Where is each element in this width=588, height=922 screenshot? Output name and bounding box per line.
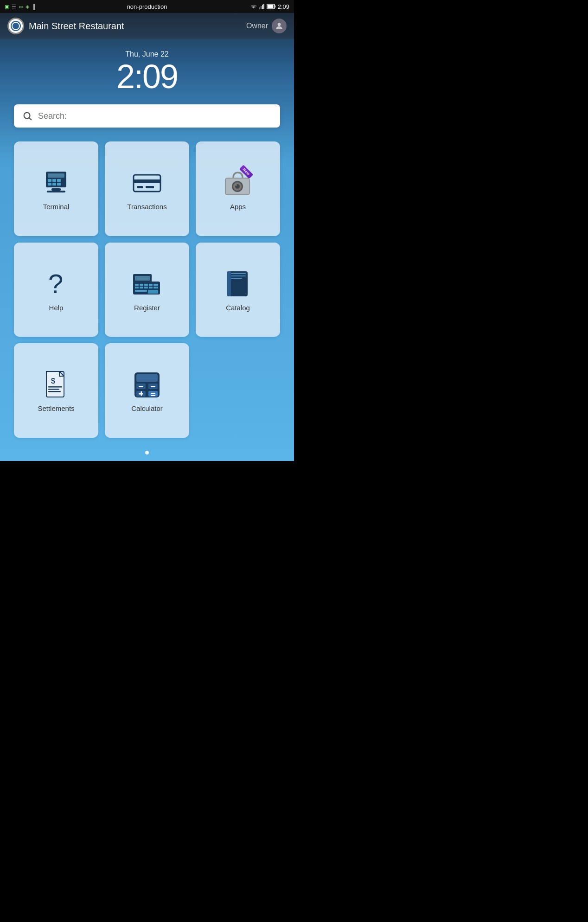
svg-rect-38 — [153, 284, 158, 286]
barcode-icon: ▐ — [32, 4, 35, 9]
signal-icon — [259, 4, 265, 9]
svg-rect-50 — [231, 278, 242, 279]
svg-rect-11 — [48, 173, 64, 178]
catalog-icon — [222, 269, 254, 299]
svg-rect-21 — [134, 179, 160, 183]
svg-rect-43 — [153, 287, 158, 288]
svg-text:$: $ — [51, 377, 55, 385]
search-icon — [22, 111, 32, 121]
svg-rect-47 — [227, 271, 231, 296]
svg-point-29 — [235, 184, 237, 186]
terminal-icon — [40, 168, 72, 198]
calculator-label: Calculator — [131, 404, 163, 412]
status-bar-center: non-production — [127, 3, 167, 10]
svg-rect-3 — [263, 4, 264, 9]
svg-rect-53 — [48, 386, 62, 388]
help-label: Help — [49, 304, 64, 312]
list-icon: ☰ — [12, 4, 16, 10]
svg-rect-61 — [151, 386, 155, 387]
transactions-button[interactable]: Transactions — [105, 141, 189, 236]
date-display: Thu, June 22 — [125, 50, 168, 58]
svg-rect-49 — [231, 275, 246, 276]
svg-rect-5 — [275, 6, 275, 8]
svg-rect-42 — [149, 287, 153, 288]
svg-rect-6 — [267, 5, 273, 8]
search-container — [0, 104, 294, 128]
svg-rect-57 — [136, 374, 158, 382]
user-avatar[interactable] — [272, 19, 287, 33]
app-grid: Terminal Transactions — [0, 137, 294, 447]
pagination-dot-active — [145, 451, 149, 455]
svg-rect-67 — [151, 395, 155, 396]
settlements-button[interactable]: $ Settlements — [14, 343, 98, 438]
svg-text:?: ? — [48, 269, 63, 299]
catalog-button[interactable]: Catalog — [196, 243, 280, 337]
owner-label: Owner — [246, 22, 268, 30]
svg-rect-39 — [135, 287, 139, 288]
terminal-button[interactable]: Terminal — [14, 141, 98, 236]
empty-slot — [196, 343, 280, 438]
calculator-button[interactable]: Calculator — [105, 343, 189, 438]
svg-rect-14 — [57, 179, 61, 182]
status-bar: ▣ ☰ ▭ ◈ ▐ non-production — [0, 0, 294, 13]
screen-icon: ▭ — [19, 4, 23, 10]
pagination — [0, 447, 294, 461]
main-screen: ▣ ☰ ▭ ◈ ▐ non-production — [0, 0, 294, 461]
svg-rect-19 — [47, 191, 65, 192]
header-right[interactable]: Owner — [246, 19, 287, 33]
header-left: Main Street Restaurant — [7, 18, 124, 34]
svg-rect-2 — [262, 5, 263, 9]
svg-rect-1 — [261, 6, 262, 9]
svg-rect-34 — [135, 284, 139, 286]
register-label: Register — [134, 304, 160, 312]
svg-rect-48 — [231, 273, 246, 274]
notification-icon: ◈ — [26, 4, 29, 10]
svg-rect-13 — [52, 179, 56, 182]
svg-rect-59 — [139, 386, 143, 387]
help-icon: ? — [40, 269, 72, 299]
svg-rect-18 — [51, 188, 61, 191]
svg-rect-41 — [144, 287, 148, 288]
settlements-label: Settlements — [38, 404, 74, 412]
svg-rect-40 — [140, 287, 143, 288]
svg-rect-36 — [144, 284, 148, 286]
svg-rect-0 — [259, 7, 260, 9]
svg-rect-66 — [151, 393, 155, 394]
search-bar[interactable] — [14, 104, 280, 128]
catalog-label: Catalog — [226, 304, 250, 312]
svg-rect-35 — [140, 284, 143, 286]
svg-rect-12 — [48, 179, 51, 182]
settlements-icon: $ — [40, 370, 72, 400]
transactions-icon — [131, 168, 163, 198]
apps-button[interactable]: New Apps — [196, 141, 280, 236]
svg-rect-23 — [146, 186, 154, 188]
svg-rect-37 — [149, 284, 153, 286]
svg-rect-16 — [52, 183, 56, 186]
svg-line-9 — [29, 118, 31, 120]
time-display: 2:09 — [116, 58, 178, 95]
sim-icon: ▣ — [5, 4, 9, 10]
transactions-label: Transactions — [127, 203, 166, 211]
status-bar-left: ▣ ☰ ▭ ◈ ▐ — [5, 4, 35, 10]
app-header: Main Street Restaurant Owner — [0, 13, 294, 39]
calculator-icon — [131, 370, 163, 400]
svg-rect-22 — [137, 186, 143, 188]
apps-label: Apps — [230, 203, 246, 211]
svg-rect-54 — [48, 389, 59, 390]
search-input[interactable] — [38, 111, 272, 121]
svg-point-7 — [278, 23, 281, 26]
svg-rect-17 — [57, 183, 61, 186]
app-logo — [7, 18, 24, 34]
svg-rect-64 — [141, 391, 142, 396]
svg-rect-33 — [135, 276, 150, 281]
help-button[interactable]: ? Help — [14, 243, 98, 337]
wifi-icon — [250, 4, 257, 9]
battery-icon — [267, 4, 276, 9]
status-bar-right: 2:09 — [250, 3, 289, 10]
svg-rect-55 — [48, 391, 61, 392]
clock-label: 2:09 — [278, 3, 289, 10]
logo-inner — [13, 23, 19, 29]
time-section: Thu, June 22 2:09 — [0, 39, 294, 104]
register-button[interactable]: Register — [105, 243, 189, 337]
terminal-label: Terminal — [43, 203, 70, 211]
